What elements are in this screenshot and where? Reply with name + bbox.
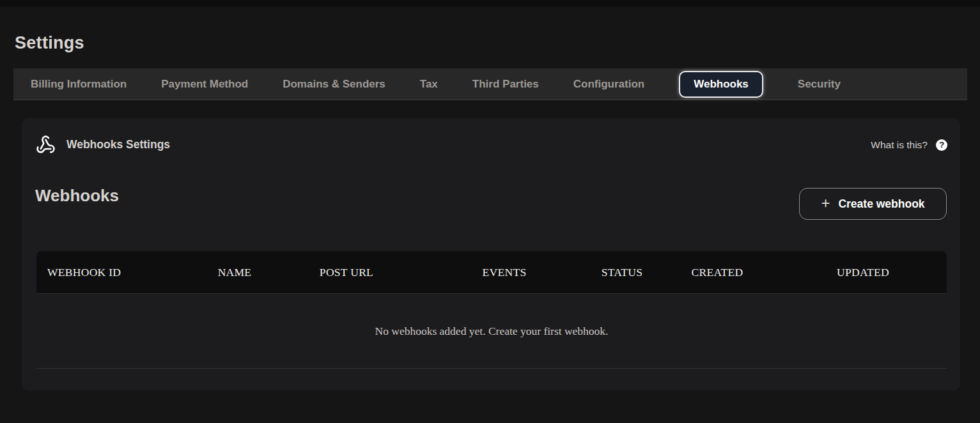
panel-header: Webhooks Settings What is this? ?: [36, 135, 947, 155]
page-title: Settings: [15, 33, 84, 53]
create-webhook-button[interactable]: + Create webhook: [799, 188, 947, 220]
column-header-name: NAME: [196, 266, 273, 279]
webhook-icon: [36, 135, 56, 155]
column-header-updated: UPDATED: [779, 266, 947, 279]
column-header-created: CREATED: [655, 266, 779, 279]
table-header-row: WEBHOOK ID NAME POST URL EVENTS STATUS C…: [36, 251, 947, 294]
panel-title: Webhooks Settings: [66, 138, 170, 151]
column-header-events: EVENTS: [420, 266, 589, 279]
empty-state-message: No webhooks added yet. Create your first…: [375, 325, 609, 338]
table-empty-state: No webhooks added yet. Create your first…: [36, 294, 947, 369]
webhooks-table: WEBHOOK ID NAME POST URL EVENTS STATUS C…: [36, 251, 947, 369]
section-title: Webhooks: [35, 186, 119, 206]
column-header-status: STATUS: [589, 266, 655, 279]
tab-webhooks[interactable]: Webhooks: [679, 71, 763, 98]
tab-domains-senders[interactable]: Domains & Senders: [283, 78, 385, 91]
create-webhook-label: Create webhook: [838, 197, 924, 211]
settings-tab-bar: Billing Information Payment Method Domai…: [13, 68, 967, 100]
help-label: What is this?: [871, 139, 928, 151]
tab-configuration[interactable]: Configuration: [573, 78, 644, 91]
plus-icon: +: [821, 196, 830, 211]
column-header-webhook-id: WEBHOOK ID: [36, 266, 196, 279]
tab-third-parties[interactable]: Third Parties: [472, 78, 539, 91]
tab-billing-information[interactable]: Billing Information: [31, 78, 127, 91]
webhooks-settings-panel: Webhooks Settings What is this? ? Webhoo…: [22, 118, 960, 390]
column-header-post-url: POST URL: [273, 266, 420, 279]
window-top-edge: [0, 0, 980, 7]
tab-payment-method[interactable]: Payment Method: [161, 78, 248, 91]
tab-tax[interactable]: Tax: [420, 78, 438, 91]
tab-security[interactable]: Security: [798, 78, 841, 91]
circle-question-icon[interactable]: ?: [936, 139, 947, 151]
